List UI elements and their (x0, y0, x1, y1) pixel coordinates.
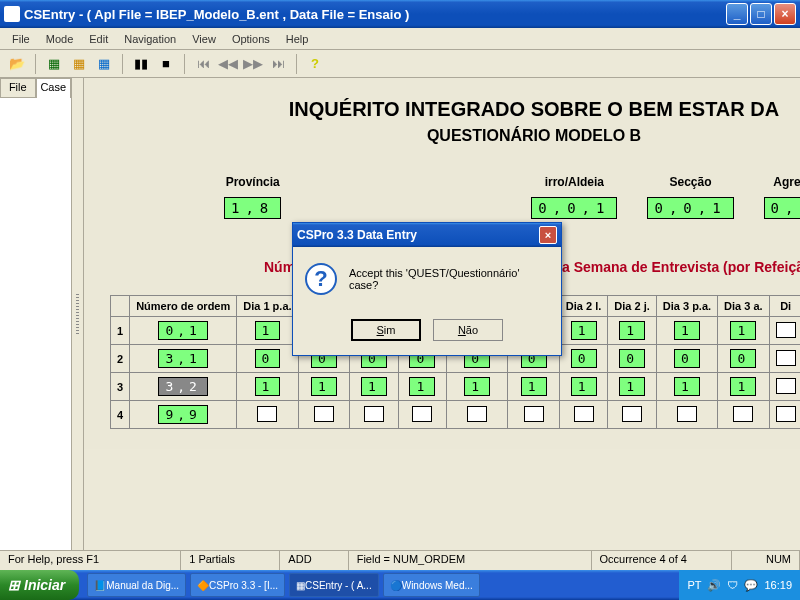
stop-icon[interactable]: ■ (155, 53, 177, 75)
first-icon[interactable]: ⏮ (192, 53, 214, 75)
menu-view[interactable]: View (184, 31, 224, 47)
maximize-button[interactable]: □ (750, 3, 772, 25)
taskbar: ⊞Iniciar 📘 Manual da Dig... 🔶 CSPro 3.3 … (0, 570, 800, 600)
grid-cell[interactable] (608, 401, 656, 429)
taskbar-item[interactable]: 🔶 CSPro 3.3 - [I... (190, 573, 285, 597)
grid-cell[interactable] (350, 401, 398, 429)
dialog-yes-button[interactable]: Sim (351, 319, 421, 341)
header-fields: Província 1,8 irro/Aldeia 0,0,1 Secção 0… (114, 175, 800, 219)
statusbar: For Help, press F1 1 Partials ADD Field … (0, 550, 800, 570)
grid-cell[interactable]: 0,1 (130, 317, 237, 345)
menu-mode[interactable]: Mode (38, 31, 82, 47)
column-header: Dia 3 a. (718, 296, 770, 317)
grid-cell[interactable]: 0 (608, 345, 656, 373)
grid-cell[interactable] (237, 401, 298, 429)
menu-options[interactable]: Options (224, 31, 278, 47)
column-header: Dia 2 j. (608, 296, 656, 317)
grid-cell[interactable]: 1 (656, 373, 717, 401)
taskbar-item[interactable]: 🔵 Windows Med... (383, 573, 480, 597)
system-tray[interactable]: PT 🔊 🛡 💬 16:19 (679, 570, 800, 600)
dialog-no-button[interactable]: Não (433, 319, 503, 341)
status-partials: 1 Partials (181, 551, 280, 570)
last-icon[interactable]: ⏭ (267, 53, 289, 75)
grid-cell[interactable] (447, 401, 508, 429)
grid-cell[interactable]: 1 (398, 373, 446, 401)
grid-cell[interactable]: 9,9 (130, 401, 237, 429)
tray-icon[interactable]: 💬 (744, 579, 758, 592)
column-header: Dia 2 l. (559, 296, 607, 317)
bairro-input[interactable]: 0,0,1 (531, 197, 617, 219)
lang-indicator[interactable]: PT (687, 579, 701, 591)
grid-cell[interactable]: 1 (718, 373, 770, 401)
grid-cell[interactable] (559, 401, 607, 429)
dialog-title: CSPro 3.3 Data Entry (297, 228, 417, 242)
splitter[interactable] (72, 78, 84, 550)
prev-icon[interactable]: ◀◀ (217, 53, 239, 75)
grid-cell[interactable]: 1 (350, 373, 398, 401)
grid-cell[interactable]: 1 (608, 317, 656, 345)
minimize-button[interactable]: _ (726, 3, 748, 25)
grid-cell[interactable] (769, 317, 800, 345)
help-icon[interactable]: ? (304, 53, 326, 75)
dialog-titlebar[interactable]: CSPro 3.3 Data Entry × (293, 223, 561, 247)
grid-cell[interactable] (298, 401, 350, 429)
grid-cell[interactable]: 1 (718, 317, 770, 345)
menu-file[interactable]: File (4, 31, 38, 47)
grid-cell[interactable]: 1 (237, 317, 298, 345)
column-header: Dia 3 p.a. (656, 296, 717, 317)
table-row: 49,9 (111, 401, 801, 429)
edit-icon[interactable]: ▦ (68, 53, 90, 75)
grid-cell[interactable] (398, 401, 446, 429)
page-subtitle: QUESTIONÁRIO MODELO B (114, 127, 800, 145)
grid-cell[interactable]: 1 (237, 373, 298, 401)
grid-cell[interactable]: 0 (237, 345, 298, 373)
grid-cell[interactable] (718, 401, 770, 429)
open-icon[interactable]: 📂 (6, 53, 28, 75)
add-icon[interactable]: ▦ (43, 53, 65, 75)
grid-cell[interactable]: 1 (559, 373, 607, 401)
menu-help[interactable]: Help (278, 31, 317, 47)
next-icon[interactable]: ▶▶ (242, 53, 264, 75)
pause-icon[interactable]: ▮▮ (130, 53, 152, 75)
status-mode: ADD (280, 551, 348, 570)
toolbar: 📂 ▦ ▦ ▦ ▮▮ ■ ⏮ ◀◀ ▶▶ ⏭ ? (0, 50, 800, 78)
status-field: Field = NUM_ORDEM (349, 551, 592, 570)
row-number: 1 (111, 317, 130, 345)
grid-cell[interactable]: 3,2 (130, 373, 237, 401)
tray-icon[interactable]: 🔊 (707, 579, 721, 592)
tray-icon[interactable]: 🛡 (727, 579, 738, 591)
menu-navigation[interactable]: Navigation (116, 31, 184, 47)
taskbar-item[interactable]: ▦ CSEntry - ( A... (289, 573, 379, 597)
grid-cell[interactable]: 1 (447, 373, 508, 401)
page-title: INQUÉRITO INTEGRADO SOBRE O BEM ESTAR DA (114, 98, 800, 121)
grid-cell[interactable] (656, 401, 717, 429)
grid-cell[interactable]: 1 (559, 317, 607, 345)
field-label: Secção (647, 175, 733, 189)
provincia-input[interactable]: 1,8 (224, 197, 281, 219)
seccao-input[interactable]: 0,0,1 (647, 197, 733, 219)
sidebar-tab-file[interactable]: File (0, 78, 36, 98)
sidebar-tab-case[interactable]: Case (36, 78, 72, 98)
dialog-close-button[interactable]: × (539, 226, 557, 244)
grid-cell[interactable]: 1 (608, 373, 656, 401)
verify-icon[interactable]: ▦ (93, 53, 115, 75)
taskbar-item[interactable]: 📘 Manual da Dig... (87, 573, 186, 597)
menu-edit[interactable]: Edit (81, 31, 116, 47)
grid-cell[interactable]: 1 (298, 373, 350, 401)
grid-cell[interactable]: 0 (718, 345, 770, 373)
window-titlebar: CSEntry - ( Apl File = IBEP_Modelo_B.ent… (0, 0, 800, 28)
agregado-input[interactable]: 0,3,7 (764, 197, 800, 219)
grid-cell[interactable]: 1 (508, 373, 560, 401)
question-icon: ? (305, 263, 337, 295)
app-icon (4, 6, 20, 22)
grid-cell[interactable]: 0 (559, 345, 607, 373)
grid-cell[interactable] (769, 373, 800, 401)
start-button[interactable]: ⊞Iniciar (0, 570, 79, 600)
grid-cell[interactable]: 3,1 (130, 345, 237, 373)
close-button[interactable]: × (774, 3, 796, 25)
grid-cell[interactable] (769, 345, 800, 373)
grid-cell[interactable] (508, 401, 560, 429)
grid-cell[interactable]: 1 (656, 317, 717, 345)
grid-cell[interactable]: 0 (656, 345, 717, 373)
grid-cell[interactable] (769, 401, 800, 429)
